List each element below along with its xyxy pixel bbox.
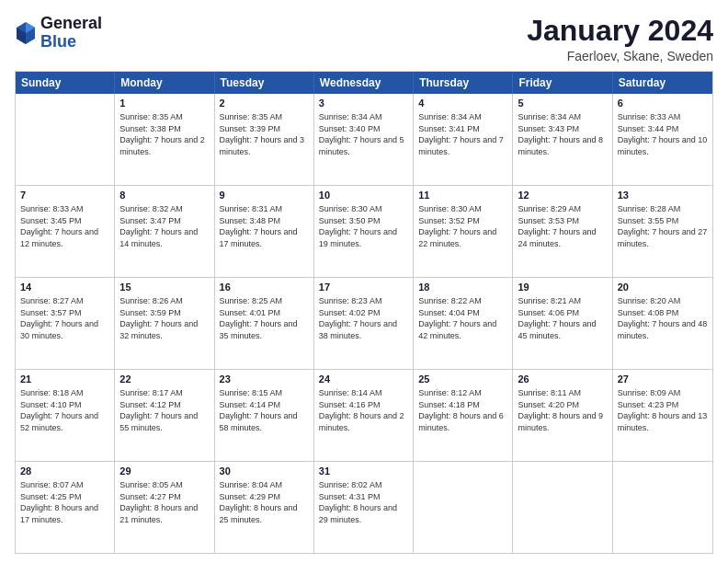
day-number: 1 (119, 97, 209, 110)
cal-cell: 6Sunrise: 8:33 AMSunset: 3:44 PMDaylight… (613, 94, 712, 185)
day-number: 6 (618, 97, 708, 110)
cal-cell: 5Sunrise: 8:34 AMSunset: 3:43 PMDaylight… (513, 94, 612, 185)
cal-cell: 22Sunrise: 8:17 AMSunset: 4:12 PMDayligh… (115, 370, 214, 461)
day-number: 13 (618, 189, 708, 202)
logo-text: General Blue (40, 15, 102, 52)
cell-text: Sunrise: 8:31 AMSunset: 3:48 PMDaylight:… (220, 203, 309, 249)
day-number: 18 (418, 281, 507, 294)
cal-cell: 23Sunrise: 8:15 AMSunset: 4:14 PMDayligh… (215, 370, 314, 461)
day-number: 25 (418, 373, 507, 386)
cal-cell: 16Sunrise: 8:25 AMSunset: 4:01 PMDayligh… (215, 278, 314, 369)
cal-cell: 10Sunrise: 8:30 AMSunset: 3:50 PMDayligh… (314, 186, 414, 277)
day-number: 3 (319, 97, 408, 110)
cell-text: Sunrise: 8:26 AMSunset: 3:59 PMDaylight:… (119, 295, 209, 341)
cell-text: Sunrise: 8:23 AMSunset: 4:02 PMDaylight:… (319, 295, 408, 341)
cal-cell: 13Sunrise: 8:28 AMSunset: 3:55 PMDayligh… (613, 186, 712, 277)
cell-text: Sunrise: 8:20 AMSunset: 4:08 PMDaylight:… (618, 295, 708, 341)
cal-cell: 18Sunrise: 8:22 AMSunset: 4:04 PMDayligh… (414, 278, 513, 369)
week-row-3: 14Sunrise: 8:27 AMSunset: 3:57 PMDayligh… (16, 277, 712, 369)
cell-text: Sunrise: 8:35 AMSunset: 3:39 PMDaylight:… (220, 111, 309, 157)
cell-text: Sunrise: 8:22 AMSunset: 4:04 PMDaylight:… (418, 295, 507, 341)
cell-text: Sunrise: 8:30 AMSunset: 3:52 PMDaylight:… (418, 203, 507, 249)
week-row-1: 1Sunrise: 8:35 AMSunset: 3:38 PMDaylight… (16, 94, 712, 185)
calendar-header: SundayMondayTuesdayWednesdayThursdayFrid… (16, 72, 712, 94)
week-row-5: 28Sunrise: 8:07 AMSunset: 4:25 PMDayligh… (16, 461, 712, 553)
cal-cell: 29Sunrise: 8:05 AMSunset: 4:27 PMDayligh… (115, 462, 214, 553)
cal-cell: 8Sunrise: 8:32 AMSunset: 3:47 PMDaylight… (115, 186, 214, 277)
cal-cell: 1Sunrise: 8:35 AMSunset: 3:38 PMDaylight… (115, 94, 214, 185)
cell-text: Sunrise: 8:02 AMSunset: 4:31 PMDaylight:… (319, 479, 408, 525)
day-number: 31 (319, 465, 408, 478)
day-number: 24 (319, 373, 408, 386)
logo: General Blue (15, 15, 102, 52)
cal-cell: 19Sunrise: 8:21 AMSunset: 4:06 PMDayligh… (513, 278, 612, 369)
day-number: 14 (20, 281, 109, 294)
day-number: 20 (618, 281, 708, 294)
cell-text: Sunrise: 8:34 AMSunset: 3:41 PMDaylight:… (418, 111, 507, 157)
cell-text: Sunrise: 8:18 AMSunset: 4:10 PMDaylight:… (20, 387, 109, 433)
day-number: 7 (20, 189, 109, 202)
cell-text: Sunrise: 8:34 AMSunset: 3:40 PMDaylight:… (319, 111, 408, 157)
cell-text: Sunrise: 8:25 AMSunset: 4:01 PMDaylight:… (220, 295, 309, 341)
cell-text: Sunrise: 8:21 AMSunset: 4:06 PMDaylight:… (518, 295, 607, 341)
logo-icon (15, 20, 37, 46)
header-day-thursday: Thursday (414, 72, 513, 94)
cell-text: Sunrise: 8:33 AMSunset: 3:44 PMDaylight:… (618, 111, 708, 157)
day-number: 22 (119, 373, 209, 386)
calendar: SundayMondayTuesdayWednesdayThursdayFrid… (15, 71, 713, 554)
logo-blue: Blue (40, 33, 102, 52)
day-number: 21 (20, 373, 109, 386)
logo-general: General (40, 15, 102, 33)
cell-text: Sunrise: 8:34 AMSunset: 3:43 PMDaylight:… (518, 111, 607, 157)
cal-cell: 11Sunrise: 8:30 AMSunset: 3:52 PMDayligh… (414, 186, 513, 277)
week-row-2: 7Sunrise: 8:33 AMSunset: 3:45 PMDaylight… (16, 185, 712, 277)
header-day-monday: Monday (115, 72, 214, 94)
day-number: 9 (220, 189, 309, 202)
cell-text: Sunrise: 8:30 AMSunset: 3:50 PMDaylight:… (319, 203, 408, 249)
cell-text: Sunrise: 8:11 AMSunset: 4:20 PMDaylight:… (518, 387, 607, 433)
cell-text: Sunrise: 8:14 AMSunset: 4:16 PMDaylight:… (319, 387, 408, 433)
cal-cell: 9Sunrise: 8:31 AMSunset: 3:48 PMDaylight… (215, 186, 314, 277)
cell-text: Sunrise: 8:28 AMSunset: 3:55 PMDaylight:… (618, 203, 708, 249)
day-number: 27 (618, 373, 708, 386)
day-number: 30 (220, 465, 309, 478)
header-day-wednesday: Wednesday (314, 72, 414, 94)
cal-cell: 20Sunrise: 8:20 AMSunset: 4:08 PMDayligh… (613, 278, 712, 369)
cal-cell: 30Sunrise: 8:04 AMSunset: 4:29 PMDayligh… (215, 462, 314, 553)
cal-cell: 26Sunrise: 8:11 AMSunset: 4:20 PMDayligh… (513, 370, 612, 461)
cal-cell (513, 462, 612, 553)
cal-cell: 15Sunrise: 8:26 AMSunset: 3:59 PMDayligh… (115, 278, 214, 369)
header-day-sunday: Sunday (16, 72, 115, 94)
cal-cell: 2Sunrise: 8:35 AMSunset: 3:39 PMDaylight… (215, 94, 314, 185)
day-number: 19 (518, 281, 607, 294)
day-number: 8 (119, 189, 209, 202)
cal-cell (16, 94, 115, 185)
day-number: 28 (20, 465, 109, 478)
calendar-body: 1Sunrise: 8:35 AMSunset: 3:38 PMDaylight… (16, 94, 712, 553)
cal-cell: 17Sunrise: 8:23 AMSunset: 4:02 PMDayligh… (314, 278, 414, 369)
cal-cell: 4Sunrise: 8:34 AMSunset: 3:41 PMDaylight… (414, 94, 513, 185)
header-day-tuesday: Tuesday (215, 72, 314, 94)
cell-text: Sunrise: 8:12 AMSunset: 4:18 PMDaylight:… (418, 387, 507, 433)
day-number: 26 (518, 373, 607, 386)
day-number: 10 (319, 189, 408, 202)
cal-cell: 7Sunrise: 8:33 AMSunset: 3:45 PMDaylight… (16, 186, 115, 277)
day-number: 29 (119, 465, 209, 478)
cal-cell: 21Sunrise: 8:18 AMSunset: 4:10 PMDayligh… (16, 370, 115, 461)
cal-cell: 28Sunrise: 8:07 AMSunset: 4:25 PMDayligh… (16, 462, 115, 553)
header-day-saturday: Saturday (613, 72, 712, 94)
cal-cell: 14Sunrise: 8:27 AMSunset: 3:57 PMDayligh… (16, 278, 115, 369)
day-number: 5 (518, 97, 607, 110)
title-block: January 2024 Faerloev, Skane, Sweden (527, 15, 713, 63)
cell-text: Sunrise: 8:04 AMSunset: 4:29 PMDaylight:… (220, 479, 309, 525)
location: Faerloev, Skane, Sweden (527, 49, 713, 63)
page: General Blue January 2024 Faerloev, Skan… (0, 0, 728, 563)
cell-text: Sunrise: 8:17 AMSunset: 4:12 PMDaylight:… (119, 387, 209, 433)
cell-text: Sunrise: 8:35 AMSunset: 3:38 PMDaylight:… (119, 111, 209, 157)
cal-cell: 25Sunrise: 8:12 AMSunset: 4:18 PMDayligh… (414, 370, 513, 461)
cell-text: Sunrise: 8:29 AMSunset: 3:53 PMDaylight:… (518, 203, 607, 249)
cell-text: Sunrise: 8:05 AMSunset: 4:27 PMDaylight:… (119, 479, 209, 525)
cal-cell: 3Sunrise: 8:34 AMSunset: 3:40 PMDaylight… (314, 94, 414, 185)
day-number: 2 (220, 97, 309, 110)
cell-text: Sunrise: 8:32 AMSunset: 3:47 PMDaylight:… (119, 203, 209, 249)
